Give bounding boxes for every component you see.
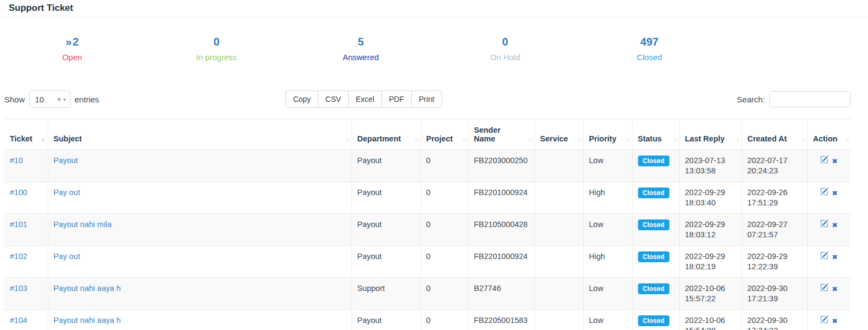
subject-link[interactable]: Pay out xyxy=(54,188,80,197)
subject-link[interactable]: Payout xyxy=(54,156,78,165)
edit-icon[interactable] xyxy=(820,219,828,230)
status-cell: Closed xyxy=(632,310,679,330)
ticket-cell: #101 xyxy=(4,214,48,246)
copy-button[interactable]: Copy xyxy=(285,90,318,108)
column-header-project[interactable]: Project↑↓ xyxy=(420,119,468,150)
department-cell: Payout xyxy=(352,150,420,182)
delete-icon[interactable]: ✖ xyxy=(832,157,838,165)
clear-selection-icon[interactable]: × xyxy=(57,95,61,103)
stat-answered-value[interactable]: 5 xyxy=(289,36,433,48)
edit-icon[interactable] xyxy=(820,156,828,166)
project-cell: 0 xyxy=(420,150,468,182)
column-header-department[interactable]: Department↑↓ xyxy=(352,119,420,150)
delete-icon[interactable]: ✖ xyxy=(832,317,838,325)
sort-icon: ↑↓ xyxy=(736,136,739,143)
subject-link[interactable]: Payout nahi mila xyxy=(54,220,112,229)
table-row: #102Pay outPayout0FB2201000924HighClosed… xyxy=(4,246,851,278)
excel-button[interactable]: Excel xyxy=(348,90,382,108)
stat-on-hold-label: On Hold xyxy=(433,53,577,62)
column-header-service[interactable]: Service↑↓ xyxy=(534,119,583,150)
action-cell: ✖ xyxy=(807,310,851,330)
show-label: Show xyxy=(4,95,25,104)
department-cell: Support xyxy=(352,278,420,310)
delete-icon[interactable]: ✖ xyxy=(832,221,838,229)
edit-icon[interactable] xyxy=(820,315,828,326)
stats-row: »2 Open 0 In progress 5 Answered 0 On Ho… xyxy=(0,36,723,62)
page-header: Support Ticket xyxy=(0,0,868,17)
status-cell: Closed xyxy=(632,246,679,278)
status-badge: Closed xyxy=(638,283,669,294)
delete-icon[interactable]: ✖ xyxy=(832,189,838,197)
stat-in-progress: 0 In progress xyxy=(144,36,289,62)
csv-button[interactable]: CSV xyxy=(318,90,349,108)
status-badge: Closed xyxy=(638,187,669,198)
ticket-link[interactable]: #10 xyxy=(10,156,23,165)
stat-on-hold: 0 On Hold xyxy=(433,36,577,62)
sender-name-cell: FB2205001583 xyxy=(468,310,534,330)
last-reply-cell: 2022-09-29 18:03:40 xyxy=(679,182,742,214)
project-cell: 0 xyxy=(420,278,468,310)
pdf-button[interactable]: PDF xyxy=(381,90,412,108)
column-header-priority[interactable]: Priority↑↓ xyxy=(583,119,632,150)
column-header-action[interactable]: Action↑↓ xyxy=(807,119,851,150)
page-length-control: Show 10 × ▾ entries xyxy=(4,90,99,108)
stat-closed-value[interactable]: 497 xyxy=(577,36,722,48)
ticket-link[interactable]: #104 xyxy=(10,316,27,325)
delete-icon[interactable]: ✖ xyxy=(832,285,838,293)
edit-icon[interactable] xyxy=(820,187,828,198)
edit-icon[interactable] xyxy=(820,283,828,294)
sort-icon: ↑↓ xyxy=(845,136,848,143)
ticket-link[interactable]: #101 xyxy=(10,220,27,229)
column-header-ticket[interactable]: Ticket↑↓ xyxy=(4,119,48,150)
column-header-created-at[interactable]: Created At↑↓ xyxy=(742,119,807,150)
delete-icon[interactable]: ✖ xyxy=(832,253,838,261)
status-cell: Closed xyxy=(632,278,679,310)
sender-name-cell: B27746 xyxy=(468,278,534,310)
stat-on-hold-value[interactable]: 0 xyxy=(433,36,577,48)
sort-icon: ↑↓ xyxy=(42,136,46,143)
department-cell: Payout xyxy=(352,214,420,246)
ticket-link[interactable]: #100 xyxy=(10,188,27,197)
stat-answered-label: Answered xyxy=(289,53,433,62)
search-input[interactable] xyxy=(769,91,851,107)
export-button-group: Copy CSV Excel PDF Print xyxy=(285,90,442,108)
ticket-link[interactable]: #102 xyxy=(10,252,27,261)
column-header-sender-name[interactable]: Sender Name↑↓ xyxy=(468,119,534,150)
project-cell: 0 xyxy=(420,246,468,278)
table-row: #10PayoutPayout0FB2203000250LowClosed202… xyxy=(4,150,851,182)
sort-icon: ↑↓ xyxy=(577,136,581,143)
last-reply-cell: 2022-09-29 18:02:19 xyxy=(679,246,742,278)
sort-icon: ↑↓ xyxy=(346,136,349,143)
created-at-cell: 2022-09-30 17:24:33 xyxy=(742,310,807,330)
page-title: Support Ticket xyxy=(9,3,859,14)
stat-open-value[interactable]: »2 xyxy=(0,36,144,48)
priority-cell: Low xyxy=(583,310,632,330)
tickets-table: Ticket↑↓ Subject↑↓ Department↑↓ Project↑… xyxy=(4,119,851,330)
export-buttons-wrap: Copy CSV Excel PDF Print xyxy=(99,90,737,108)
page-size-select[interactable]: 10 × ▾ xyxy=(29,90,71,108)
created-at-cell: 2022-09-30 17:21:39 xyxy=(742,278,807,310)
subject-link[interactable]: Payout nahi aaya h xyxy=(54,316,121,325)
column-header-last-reply[interactable]: Last Reply↑↓ xyxy=(679,119,742,150)
ticket-cell: #103 xyxy=(4,278,48,310)
created-at-cell: 2022-09-26 17:51:29 xyxy=(742,182,807,214)
action-cell: ✖ xyxy=(807,278,851,310)
ticket-link[interactable]: #103 xyxy=(10,284,27,293)
subject-cell: Pay out xyxy=(48,182,352,214)
status-badge: Closed xyxy=(638,219,669,230)
print-button[interactable]: Print xyxy=(411,90,442,108)
table-controls: Show 10 × ▾ entries Copy CSV Excel PDF P… xyxy=(4,90,851,108)
column-header-status[interactable]: Status↑↓ xyxy=(632,119,679,150)
edit-icon[interactable] xyxy=(820,251,828,262)
ticket-cell: #102 xyxy=(4,246,48,278)
subject-link[interactable]: Pay out xyxy=(54,252,80,261)
ticket-table-body: #10PayoutPayout0FB2203000250LowClosed202… xyxy=(4,150,851,330)
ticket-cell: #10 xyxy=(4,150,48,182)
status-badge: Closed xyxy=(638,251,669,262)
stat-in-progress-value[interactable]: 0 xyxy=(144,36,289,48)
sender-name-cell: FB2201000924 xyxy=(468,246,534,278)
column-header-subject[interactable]: Subject↑↓ xyxy=(48,119,352,150)
subject-link[interactable]: Payout nahi aaya h xyxy=(54,284,121,293)
status-cell: Closed xyxy=(632,182,679,214)
table-row: #100Pay outPayout0FB2201000924HighClosed… xyxy=(4,182,851,214)
